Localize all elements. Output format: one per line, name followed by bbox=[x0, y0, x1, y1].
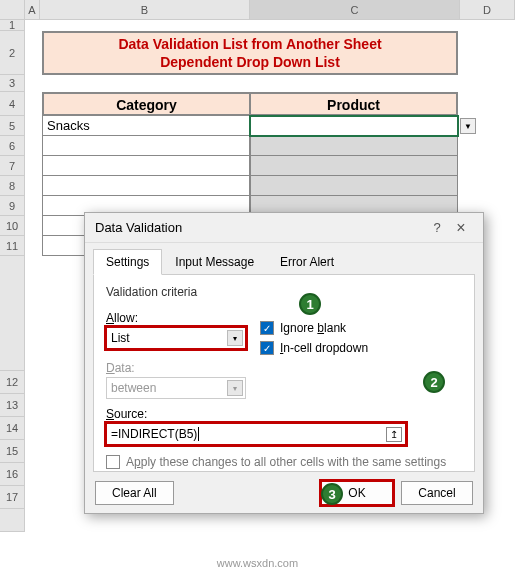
cell-c5[interactable] bbox=[250, 116, 458, 136]
row-header[interactable]: 4 bbox=[0, 92, 25, 116]
range-picker-icon[interactable]: ↥ bbox=[386, 427, 402, 442]
validation-criteria-label: Validation criteria bbox=[106, 285, 462, 299]
data-label: Data: bbox=[106, 361, 462, 375]
row-header[interactable]: 15 bbox=[0, 440, 25, 463]
column-headers: A B C D bbox=[0, 0, 515, 20]
col-header-b[interactable]: B bbox=[40, 0, 250, 19]
select-all-corner[interactable] bbox=[0, 0, 25, 19]
cell-c6[interactable] bbox=[250, 136, 458, 156]
cell-c8[interactable] bbox=[250, 176, 458, 196]
ignore-blank-check[interactable]: ✓ Ignore blank bbox=[260, 321, 368, 335]
cell-b8[interactable] bbox=[42, 176, 250, 196]
dropdown-icon[interactable]: ▼ bbox=[460, 118, 476, 134]
data-value: between bbox=[111, 381, 156, 395]
row-header[interactable]: 6 bbox=[0, 136, 25, 156]
table-header-category[interactable]: Category bbox=[42, 92, 251, 116]
title-line1: Data Validation List from Another Sheet bbox=[118, 35, 381, 53]
apply-all-label: Apply these changes to all other cells w… bbox=[126, 455, 446, 469]
cell-b5[interactable]: Snacks bbox=[42, 116, 250, 136]
ignore-blank-label: Ignore blank bbox=[280, 321, 346, 335]
settings-panel: Validation criteria AAllow:llow: List ▾ … bbox=[93, 274, 475, 472]
incell-dropdown-check[interactable]: ✓ In-cell dropdown bbox=[260, 341, 368, 355]
callout-2: 2 bbox=[423, 371, 445, 393]
dialog-tabs: Settings Input Message Error Alert bbox=[85, 243, 483, 275]
help-icon[interactable]: ? bbox=[425, 220, 449, 235]
source-label: Source: bbox=[106, 407, 462, 421]
row-header[interactable]: 11 bbox=[0, 236, 25, 256]
table-header-product[interactable]: Product bbox=[251, 92, 458, 116]
row-header[interactable]: 9 bbox=[0, 196, 25, 216]
row-header[interactable]: 17 bbox=[0, 486, 25, 509]
callout-3: 3 bbox=[321, 483, 343, 505]
dialog-buttons: Clear All OK Cancel bbox=[95, 481, 473, 505]
dialog-titlebar[interactable]: Data Validation ? × bbox=[85, 213, 483, 243]
watermark: www.wsxdn.com bbox=[0, 557, 515, 569]
row-header[interactable]: 7 bbox=[0, 156, 25, 176]
row-header[interactable] bbox=[0, 256, 25, 371]
title-line2: Dependent Drop Down List bbox=[118, 53, 381, 71]
row-header[interactable]: 10 bbox=[0, 216, 25, 236]
tab-settings[interactable]: Settings bbox=[93, 249, 162, 275]
allow-label: AAllow:llow: bbox=[106, 311, 246, 325]
row-header[interactable]: 13 bbox=[0, 394, 25, 417]
row-header[interactable]: 1 bbox=[0, 20, 25, 31]
tab-input-message[interactable]: Input Message bbox=[162, 249, 267, 275]
row-header[interactable]: 16 bbox=[0, 463, 25, 486]
cancel-button[interactable]: Cancel bbox=[401, 481, 473, 505]
tab-error-alert[interactable]: Error Alert bbox=[267, 249, 347, 275]
row-headers: 1 2 3 4 5 6 7 8 9 10 11 12 13 14 15 16 1… bbox=[0, 20, 25, 532]
data-validation-dialog: Data Validation ? × Settings Input Messa… bbox=[84, 212, 484, 514]
col-header-d[interactable]: D bbox=[460, 0, 515, 19]
row-header[interactable]: 3 bbox=[0, 75, 25, 92]
chevron-down-icon[interactable]: ▾ bbox=[227, 330, 243, 346]
allow-combo[interactable]: List ▾ bbox=[106, 327, 246, 349]
col-header-c[interactable]: C bbox=[250, 0, 460, 19]
cell-b6[interactable] bbox=[42, 136, 250, 156]
row-header[interactable]: 8 bbox=[0, 176, 25, 196]
cell-c7[interactable] bbox=[250, 156, 458, 176]
checkbox-icon[interactable]: ✓ bbox=[106, 455, 120, 469]
chevron-down-icon: ▾ bbox=[227, 380, 243, 396]
source-input[interactable]: =INDIRECT(B5) ↥ bbox=[106, 423, 406, 445]
callout-1: 1 bbox=[299, 293, 321, 315]
data-combo: between ▾ bbox=[106, 377, 246, 399]
row-header[interactable]: 2 bbox=[0, 31, 25, 75]
sheet-title: Data Validation List from Another Sheet … bbox=[42, 31, 458, 75]
checkbox-icon: ✓ bbox=[260, 321, 274, 335]
checkbox-icon: ✓ bbox=[260, 341, 274, 355]
incell-label: In-cell dropdown bbox=[280, 341, 368, 355]
clear-all-button[interactable]: Clear All bbox=[95, 481, 174, 505]
row-header[interactable] bbox=[0, 509, 25, 532]
close-icon[interactable]: × bbox=[449, 219, 473, 237]
allow-value: List bbox=[111, 331, 130, 345]
row-header[interactable]: 5 bbox=[0, 116, 25, 136]
dialog-title: Data Validation bbox=[95, 220, 425, 235]
row-header[interactable]: 12 bbox=[0, 371, 25, 394]
col-header-a[interactable]: A bbox=[25, 0, 40, 19]
row-header[interactable]: 14 bbox=[0, 417, 25, 440]
cell-b7[interactable] bbox=[42, 156, 250, 176]
source-value: =INDIRECT(B5) bbox=[111, 427, 197, 441]
